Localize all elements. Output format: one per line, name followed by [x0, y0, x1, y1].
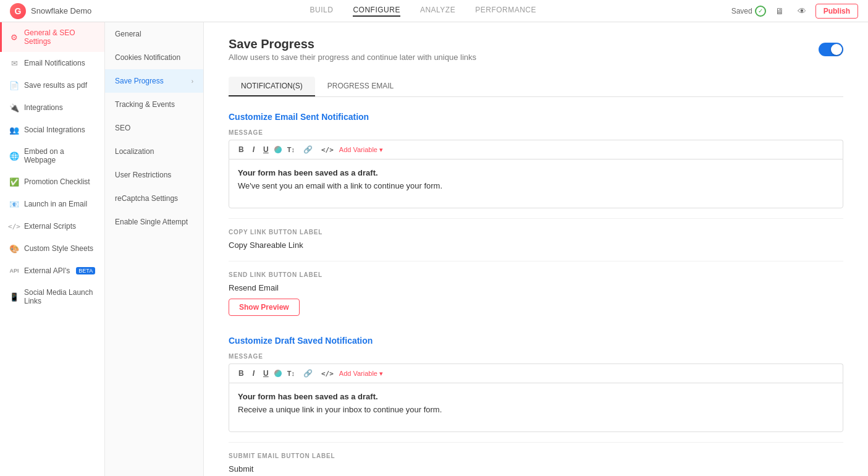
app-name: Snowflake Demo: [31, 6, 91, 15]
sidebar-item-save-results[interactable]: 📄 Save results as pdf: [0, 74, 104, 96]
add-variable-btn-1[interactable]: Add Variable ▾: [339, 146, 383, 154]
mid-item-general[interactable]: General: [105, 22, 203, 46]
draft-saved-section: Customize Draft Saved Notification MESSA…: [229, 336, 843, 476]
editor-toolbar-2: B I U T↕ 🔗 </> Add Variable ▾: [229, 363, 843, 383]
mid-item-recaptcha[interactable]: reCaptcha Settings: [105, 187, 203, 210]
nav-configure[interactable]: CONFIGURE: [353, 6, 400, 17]
sidebar-item-social-media[interactable]: 📱 Social Media Launch Links: [0, 282, 104, 312]
topbar-right: Saved ✓ 🖥 👁 Publish: [731, 2, 858, 20]
sidebar-item-custom-style-sheets[interactable]: 🎨 Custom Style Sheets: [0, 237, 104, 260]
external-apis-icon: API: [9, 266, 19, 276]
tab-progress-email[interactable]: PROGRESS EMAIL: [315, 77, 406, 96]
link-btn-2[interactable]: 🔗: [300, 368, 316, 379]
email-notifications-icon: ✉: [9, 58, 19, 68]
tab-bar: NOTIFICATION(S) PROGRESS EMAIL: [229, 77, 843, 97]
font-size-btn-2[interactable]: T↕: [284, 368, 298, 378]
page-header-text: Save Progress Allow users to save their …: [229, 37, 476, 62]
left-sidebar: ⚙ General & SEO Settings ✉ Email Notific…: [0, 22, 105, 476]
save-progress-chevron: ›: [192, 78, 193, 85]
draft-saved-title: Customize Draft Saved Notification: [229, 336, 843, 346]
mid-item-localization[interactable]: Localization: [105, 140, 203, 163]
saved-status: Saved ✓: [731, 6, 766, 17]
sidebar-item-integrations[interactable]: 🔌 Integrations: [0, 96, 104, 119]
main-content: Save Progress Allow users to save their …: [204, 22, 868, 476]
color-icon-2: [274, 370, 282, 377]
nav-build[interactable]: BUILD: [310, 6, 334, 17]
code-btn-1[interactable]: </>: [318, 145, 337, 155]
tab-notifications[interactable]: NOTIFICATION(S): [229, 77, 315, 96]
page-title: Save Progress: [229, 37, 476, 51]
email-sent-section: Customize Email Sent Notification MESSAG…: [229, 112, 843, 316]
mid-item-single-attempt[interactable]: Enable Single Attempt: [105, 210, 203, 234]
custom-sheets-icon: 🎨: [9, 244, 19, 253]
bold-btn-2[interactable]: B: [235, 368, 247, 379]
copy-link-value: Copy Shareable Link: [229, 239, 843, 251]
mid-sidebar: General Cookies Notification Save Progre…: [105, 22, 204, 476]
external-scripts-icon: </>: [9, 221, 19, 231]
color-icon-1: [274, 146, 282, 153]
editor-content-2[interactable]: Your form has been saved as a draft. Rec…: [229, 383, 843, 432]
social-integrations-icon: 👥: [9, 125, 19, 135]
message-label-2: MESSAGE: [229, 353, 843, 360]
nav-performance[interactable]: PERFORMANCE: [475, 6, 536, 17]
integrations-icon: 🔌: [9, 103, 19, 113]
social-media-icon: 📱: [9, 292, 19, 302]
editor-line2-2: Receive a unique link in your inbox to c…: [238, 404, 834, 417]
main-layout: ⚙ General & SEO Settings ✉ Email Notific…: [0, 22, 868, 476]
sidebar-item-general-seo[interactable]: ⚙ General & SEO Settings: [0, 22, 104, 52]
page-header: Save Progress Allow users to save their …: [229, 37, 843, 62]
italic-btn-1[interactable]: I: [250, 144, 258, 155]
editor-content-1[interactable]: Your form has been saved as a draft. We'…: [229, 159, 843, 208]
app-logo: G: [10, 3, 26, 19]
save-progress-toggle[interactable]: [819, 43, 843, 56]
sidebar-item-launch-email[interactable]: 📧 Launch in an Email: [0, 193, 104, 215]
italic-btn-2[interactable]: I: [250, 368, 258, 379]
general-seo-icon: ⚙: [9, 32, 19, 42]
topbar: G Snowflake Demo BUILD CONFIGURE ANALYZE…: [0, 0, 868, 22]
mid-item-tracking[interactable]: Tracking & Events: [105, 93, 203, 116]
underline-btn-2[interactable]: U: [260, 368, 272, 379]
topbar-eye-icon[interactable]: 👁: [793, 2, 811, 20]
editor-toolbar-1: B I U T↕ 🔗 </> Add Variable ▾: [229, 140, 843, 159]
editor-line1-2: Your form has been saved as a draft.: [238, 392, 378, 401]
embed-icon: 🌐: [9, 151, 19, 161]
sidebar-item-email-notifications[interactable]: ✉ Email Notifications: [0, 52, 104, 74]
page-subtitle: Allow users to save their progress and c…: [229, 53, 476, 62]
logo-area: G Snowflake Demo: [10, 3, 115, 19]
launch-email-icon: 📧: [9, 199, 19, 209]
underline-btn-1[interactable]: U: [260, 144, 272, 155]
promotion-icon: ✅: [9, 177, 19, 187]
mid-item-cookies[interactable]: Cookies Notification: [105, 46, 203, 69]
mid-item-seo[interactable]: SEO: [105, 116, 203, 140]
sidebar-item-social-integrations[interactable]: 👥 Social Integrations: [0, 119, 104, 141]
saved-check-icon: ✓: [755, 6, 766, 17]
mid-item-save-progress[interactable]: Save Progress ›: [105, 69, 203, 93]
submit-email-value: Submit: [229, 463, 843, 475]
copy-link-label: COPY LINK BUTTON LABEL: [229, 229, 843, 236]
font-size-btn-1[interactable]: T↕: [284, 145, 298, 155]
top-nav: BUILD CONFIGURE ANALYZE PERFORMANCE: [115, 6, 731, 17]
editor-line2-1: We've sent you an email with a link to c…: [238, 180, 834, 193]
submit-email-label: SUBMIT EMAIL BUTTON LABEL: [229, 453, 843, 459]
show-preview-btn-1[interactable]: Show Preview: [229, 299, 300, 316]
sidebar-item-promotion-checklist[interactable]: ✅ Promotion Checklist: [0, 171, 104, 193]
send-link-label: SEND LINK BUTTON LABEL: [229, 271, 843, 278]
sidebar-item-external-apis[interactable]: API External API's BETA: [0, 260, 104, 282]
send-link-value: Resend Email: [229, 282, 843, 294]
sidebar-item-embed-webpage[interactable]: 🌐 Embed on a Webpage: [0, 141, 104, 171]
nav-analyze[interactable]: ANALYZE: [420, 6, 455, 17]
publish-button[interactable]: Publish: [815, 4, 858, 19]
email-sent-title: Customize Email Sent Notification: [229, 112, 843, 122]
beta-badge: BETA: [76, 267, 95, 274]
message-label-1: MESSAGE: [229, 129, 843, 136]
link-btn-1[interactable]: 🔗: [300, 144, 316, 155]
editor-line1-1: Your form has been saved as a draft.: [238, 168, 378, 177]
sidebar-item-external-scripts[interactable]: </> External Scripts: [0, 215, 104, 237]
bold-btn-1[interactable]: B: [235, 144, 247, 155]
topbar-monitor-icon[interactable]: 🖥: [771, 2, 788, 20]
mid-item-user-restrictions[interactable]: User Restrictions: [105, 163, 203, 187]
code-btn-2[interactable]: </>: [318, 368, 337, 379]
save-results-icon: 📄: [9, 80, 19, 90]
add-variable-btn-2[interactable]: Add Variable ▾: [339, 370, 383, 378]
